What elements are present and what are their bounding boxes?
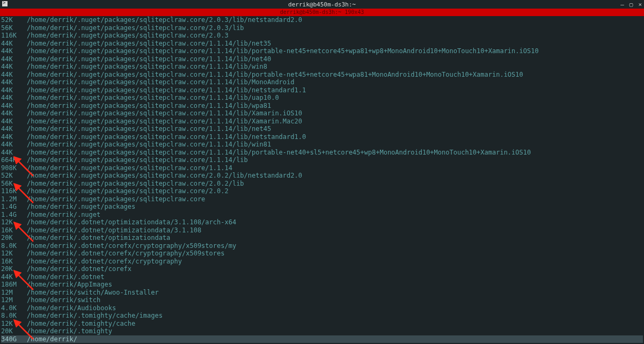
size-value: 44K xyxy=(1,55,27,63)
size-value: 12M xyxy=(1,296,27,304)
size-value: 52K xyxy=(1,16,27,24)
tab-bar[interactable]: derrik@b450m-ds3h:~ 190x43 xyxy=(0,9,644,16)
close-button[interactable]: × xyxy=(638,1,642,8)
path-value: /home/derrik/switch xyxy=(27,296,643,304)
path-value: /home/derrik/AppImages xyxy=(27,281,643,289)
output-row: 12K/home/derrik/.dotnet/optimizationdata… xyxy=(1,218,643,226)
maximize-button[interactable]: ▢ xyxy=(630,1,633,8)
output-row: 20K/home/derrik/.dotnet/optimizationdata xyxy=(1,234,643,242)
output-row: 44K/home/derrik/.nuget/packages/sqlitepc… xyxy=(1,125,643,133)
output-row: 186M/home/derrik/AppImages xyxy=(1,281,643,289)
size-value: 20K xyxy=(1,234,27,242)
output-row: 8.0K/home/derrik/.dotnet/corefx/cryptogr… xyxy=(1,242,643,250)
output-row: 12K/home/derrik/.tomighty/cache xyxy=(1,320,643,328)
size-value: 44K xyxy=(1,273,27,281)
size-value: 20K xyxy=(1,265,27,273)
path-value: /home/derrik/.dotnet xyxy=(27,273,643,281)
size-value: 20K xyxy=(1,327,27,335)
path-value: /home/derrik/.nuget/packages/sqlitepclra… xyxy=(27,164,643,172)
path-value: /home/derrik/.nuget/packages/sqlitepclra… xyxy=(27,32,643,40)
path-value: /home/derrik/.nuget/packages/sqlitepclra… xyxy=(27,47,643,55)
output-row: 12K/home/derrik/.dotnet/corefx/cryptogra… xyxy=(1,250,643,258)
size-value: 44K xyxy=(1,40,27,48)
path-value: /home/derrik/.dotnet/optimizationdata/3.… xyxy=(27,218,643,226)
path-value: /home/derrik/.nuget/packages/sqlitepclra… xyxy=(27,55,643,63)
output-row: 20K/home/derrik/.dotnet/corefx xyxy=(1,265,643,273)
size-value: 116K xyxy=(1,32,27,40)
minimize-button[interactable]: – xyxy=(620,1,624,8)
path-value: /home/derrik/.nuget/packages/sqlitepclra… xyxy=(27,86,643,94)
path-value: /home/derrik/.nuget/packages/sqlitepclra… xyxy=(27,156,643,164)
size-value: 44K xyxy=(1,94,27,102)
size-value: 908K xyxy=(1,164,27,172)
terminal-output[interactable]: 52K/home/derrik/.nuget/packages/sqlitepc… xyxy=(0,16,644,343)
output-row: 116K/home/derrik/.nuget/packages/sqlitep… xyxy=(1,32,643,40)
path-value: /home/derrik/.nuget/packages xyxy=(27,203,643,211)
path-value: /home/derrik/.dotnet/corefx/cryptography… xyxy=(27,242,643,250)
path-value: /home/derrik/.nuget/packages/sqlitepclra… xyxy=(27,172,643,180)
path-value: /home/derrik/.nuget/packages/sqlitepclra… xyxy=(27,63,643,71)
path-value: /home/derrik/.nuget/packages/sqlitepclra… xyxy=(27,125,643,133)
path-value: /home/derrik/ xyxy=(27,335,643,343)
output-row: 44K/home/derrik/.nuget/packages/sqlitepc… xyxy=(1,78,643,86)
output-row: 44K/home/derrik/.nuget/packages/sqlitepc… xyxy=(1,118,643,126)
path-value: /home/derrik/.tomighty/cache xyxy=(27,320,643,328)
size-value: 12K xyxy=(1,320,27,328)
size-value: 56K xyxy=(1,180,27,188)
size-value: 12M xyxy=(1,289,27,297)
output-row: 4.0K/home/derrik/Audiobooks xyxy=(1,304,643,312)
size-value: 44K xyxy=(1,109,27,118)
path-value: /home/derrik/.nuget/packages/sqlitepclra… xyxy=(27,24,643,32)
path-value: /home/derrik/.tomighty/cache/images xyxy=(27,312,643,320)
size-value: 12K xyxy=(1,218,27,226)
path-value: /home/derrik/.nuget/packages/sqlitepclra… xyxy=(27,187,643,195)
path-value: /home/derrik/.dotnet/corefx/cryptography xyxy=(27,258,643,266)
path-value: /home/derrik/.nuget/packages/sqlitepclra… xyxy=(27,180,643,188)
output-row: 44K/home/derrik/.nuget/packages/sqlitepc… xyxy=(1,55,643,63)
output-row: 44K/home/derrik/.nuget/packages/sqlitepc… xyxy=(1,133,643,141)
output-row: 44K/home/derrik/.nuget/packages/sqlitepc… xyxy=(1,40,643,48)
path-value: /home/derrik/Audiobooks xyxy=(27,304,643,312)
size-value: 340G xyxy=(1,335,27,343)
path-value: /home/derrik/.nuget/packages/sqlitepclra… xyxy=(27,118,643,126)
output-row: 44K/home/derrik/.dotnet xyxy=(1,273,643,281)
output-row: 52K/home/derrik/.nuget/packages/sqlitepc… xyxy=(1,172,643,180)
size-value: 1.4G xyxy=(1,211,27,219)
size-value: 8.0K xyxy=(1,312,27,320)
size-value: 44K xyxy=(1,141,27,149)
output-row: 44K/home/derrik/.nuget/packages/sqlitepc… xyxy=(1,102,643,110)
size-value: 44K xyxy=(1,71,27,79)
size-value: 8.0K xyxy=(1,242,27,250)
size-value: 186M xyxy=(1,281,27,289)
output-row: 1.4G/home/derrik/.nuget/packages xyxy=(1,203,643,211)
output-row: 908K/home/derrik/.nuget/packages/sqlitep… xyxy=(1,164,643,172)
output-row: 1.4G/home/derrik/.nuget xyxy=(1,211,643,219)
path-value: /home/derrik/.nuget/packages/sqlitepclra… xyxy=(27,133,643,141)
tab-label: derrik@b450m-ds3h:~ 190x43 xyxy=(280,9,364,15)
size-value: 44K xyxy=(1,125,27,133)
size-value: 664K xyxy=(1,156,27,164)
output-row: 20K/home/derrik/.tomighty xyxy=(1,327,643,335)
size-value: 44K xyxy=(1,149,27,157)
output-row: 44K/home/derrik/.nuget/packages/sqlitepc… xyxy=(1,86,643,94)
size-value: 44K xyxy=(1,47,27,55)
output-row: 8.0K/home/derrik/.tomighty/cache/images xyxy=(1,312,643,320)
path-value: /home/derrik/.tomighty xyxy=(27,327,643,335)
output-row: 44K/home/derrik/.nuget/packages/sqlitepc… xyxy=(1,47,643,55)
output-row: 340G/home/derrik/ xyxy=(1,335,643,343)
size-value: 44K xyxy=(1,86,27,94)
output-row: 44K/home/derrik/.nuget/packages/sqlitepc… xyxy=(1,141,643,149)
path-value: /home/derrik/.dotnet/optimizationdata/3.… xyxy=(27,226,643,235)
output-row: 16K/home/derrik/.dotnet/optimizationdata… xyxy=(1,226,643,235)
terminal-icon xyxy=(2,1,8,6)
path-value: /home/derrik/.nuget/packages/sqlitepclra… xyxy=(27,109,643,118)
path-value: /home/derrik/.nuget/packages/sqlitepclra… xyxy=(27,16,643,24)
output-row: 12M/home/derrik/switch xyxy=(1,296,643,304)
size-value: 44K xyxy=(1,102,27,110)
size-value: 12K xyxy=(1,250,27,258)
size-value: 1.4G xyxy=(1,203,27,211)
output-row: 1.2M/home/derrik/.nuget/packages/sqlitep… xyxy=(1,195,643,203)
size-value: 44K xyxy=(1,63,27,71)
path-value: /home/derrik/.dotnet/corefx xyxy=(27,265,643,273)
window-title: derrik@b450m-ds3h:~ xyxy=(288,1,356,8)
